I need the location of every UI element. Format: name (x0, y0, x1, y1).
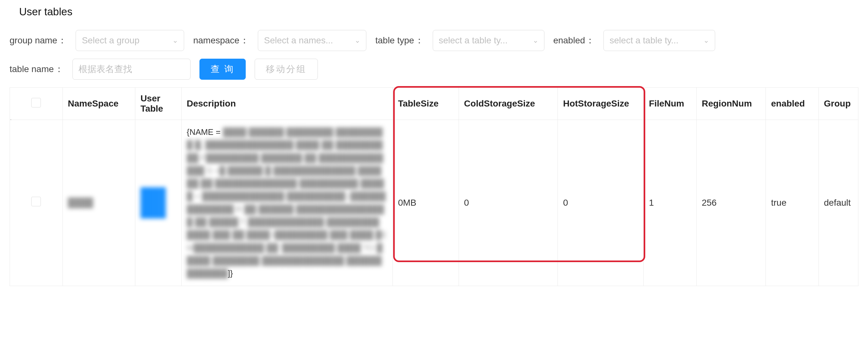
page-title: User tables (9, 0, 859, 26)
row-checkbox[interactable] (31, 197, 41, 206)
cell-namespace: ████ (63, 120, 135, 286)
enabled-select-placeholder: select a table ty... (610, 35, 678, 45)
filter-label-group: group name： (9, 34, 67, 46)
col-header-coldstorage: ColdStorageSize (459, 88, 558, 120)
chevron-down-icon: ⌄ (703, 36, 709, 45)
table-container: 〈 NameSpace User Table Description Table… (9, 88, 859, 286)
group-select-placeholder: Select a group (82, 35, 140, 45)
select-all-checkbox[interactable] (31, 98, 41, 107)
search-button[interactable]: 查 询 (199, 59, 246, 80)
desc-prefix: {NAME = (187, 127, 220, 137)
cell-checkbox (10, 120, 63, 286)
desc-redacted: ████ ██████ ████████ █████████ █, ██████… (187, 127, 387, 278)
enabled-select[interactable]: select a table ty... ⌄ (603, 30, 715, 51)
table-header-row: NameSpace User Table Description TableSi… (10, 88, 859, 120)
col-header-namespace: NameSpace (63, 88, 135, 120)
usertable-link[interactable]: ████ ████ ████ (141, 188, 176, 218)
tabletype-select[interactable]: select a table ty... ⌄ (433, 30, 545, 51)
chevron-down-icon: ⌄ (172, 36, 178, 45)
table-row: ████ ████ ████ ████ {NAME = ████ ██████ … (10, 120, 859, 286)
cell-description: {NAME = ████ ██████ ████████ █████████ █… (181, 120, 393, 286)
desc-suffix: ]} (228, 269, 233, 278)
tabletype-select-placeholder: select a table ty... (439, 35, 508, 45)
col-header-filenum: FileNum (644, 88, 696, 120)
user-tables-table: NameSpace User Table Description TableSi… (9, 88, 859, 286)
namespace-select-placeholder: Select a names... (264, 35, 333, 45)
cell-enabled: true (766, 120, 819, 286)
filter-label-tabletype: table type： (375, 34, 424, 46)
col-header-group: Group (818, 88, 858, 120)
col-header-checkbox (10, 88, 63, 120)
chevron-down-icon: ⌄ (354, 36, 360, 45)
group-select[interactable]: Select a group ⌄ (75, 30, 184, 51)
col-header-description: Description (181, 88, 393, 120)
filters-panel: group name： Select a group ⌄ namespace： … (9, 26, 859, 80)
cell-tablesize: 0MB (393, 120, 459, 286)
col-header-tablesize: TableSize (393, 88, 459, 120)
namespace-select[interactable]: Select a names... ⌄ (258, 30, 366, 51)
col-header-usertable: User Table (135, 88, 182, 120)
filter-label-tablename: table name： (9, 63, 63, 75)
filter-label-enabled: enabled： (553, 34, 595, 46)
cell-usertable: ████ ████ ████ (135, 120, 182, 286)
col-header-regionnum: RegionNum (696, 88, 766, 120)
col-header-hotstorage: HotStorageSize (558, 88, 644, 120)
cell-hotstorage: 0 (558, 120, 644, 286)
cell-coldstorage: 0 (459, 120, 558, 286)
cell-group: default (818, 120, 858, 286)
cell-regionnum: 256 (696, 120, 766, 286)
chevron-down-icon: ⌄ (533, 36, 538, 45)
col-header-enabled: enabled (766, 88, 819, 120)
move-group-button[interactable]: 移动分组 (255, 59, 318, 80)
cell-filenum: 1 (644, 120, 696, 286)
namespace-value: ████ (68, 198, 93, 208)
tablename-input[interactable] (72, 59, 190, 80)
filter-label-namespace: namespace： (193, 34, 249, 46)
